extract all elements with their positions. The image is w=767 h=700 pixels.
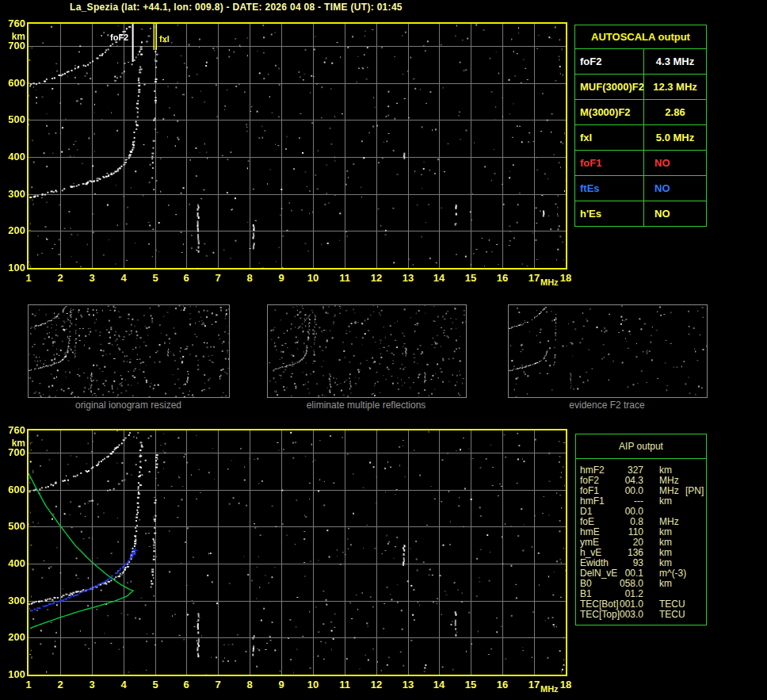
y-tick-label: 700	[2, 447, 25, 458]
x-tick-label: 14	[430, 273, 448, 284]
aip-note: [PN]	[685, 486, 704, 496]
x-tick-label: 13	[399, 273, 417, 284]
x-tick-label: 6	[177, 273, 195, 284]
autoscala-output-table: AUTOSCALA output foF24.3 MHzMUF(3000)F21…	[574, 25, 707, 227]
x-tick-label: 3	[83, 679, 101, 690]
autoscala-row: M(3000)F22.86	[575, 100, 706, 125]
panel-caption: evidence F2 trace	[504, 400, 710, 411]
x-tick-label: 5	[147, 679, 164, 690]
y-tick-label: 700	[2, 40, 25, 52]
y-tick-label: 300	[2, 189, 25, 200]
autoscala-param: M(3000)F2	[575, 100, 643, 124]
x-tick-label: 11	[336, 679, 353, 690]
autoscala-param: ftEs	[575, 176, 643, 201]
panel-caption: original ionogram resized	[25, 400, 231, 411]
y-tick-label: 400	[2, 151, 25, 163]
aip-unit: km	[659, 579, 672, 589]
aip-output-table: AIP output hmF2327kmfoF204.3MHzfoF100.0M…	[575, 434, 707, 625]
aip-value: 003.0	[596, 610, 643, 620]
x-tick-label: 15	[462, 273, 479, 284]
autoscala-row: fxI5.0 MHz	[575, 125, 706, 151]
autoscala-value: NO	[643, 201, 706, 226]
aip-output-header: AIP output	[576, 434, 706, 459]
x-tick-label: 14	[430, 679, 448, 690]
foF2-marker-label: foF2	[110, 33, 128, 42]
y-tick-label: 760	[2, 18, 25, 29]
autoscala-row: foF24.3 MHz	[575, 49, 706, 75]
y-axis-unit-label: km	[2, 438, 25, 449]
x-axis-unit-label: MHz	[540, 277, 559, 287]
y-tick-label: 100	[2, 669, 25, 680]
x-tick-label: 9	[273, 679, 290, 690]
x-tick-label: 13	[399, 679, 417, 690]
y-tick-label: 600	[2, 78, 25, 89]
autoscala-row: MUF(3000)F212.3 MHz	[575, 75, 706, 100]
aip-unit: km	[659, 496, 672, 507]
x-tick-label: 7	[209, 679, 227, 690]
x-tick-label: 1	[20, 273, 37, 284]
y-tick-label: 760	[2, 425, 25, 436]
panel-original-ionogram	[28, 304, 230, 398]
autoscala-row: h'EsNO	[575, 201, 706, 226]
x-tick-label: 11	[336, 273, 353, 284]
x-tick-label: 7	[209, 273, 227, 284]
x-tick-label: 9	[273, 273, 290, 284]
y-axis-unit-label: km	[2, 31, 25, 42]
x-tick-label: 6	[177, 679, 195, 690]
x-tick-label: 18	[557, 273, 574, 284]
y-tick-label: 200	[2, 632, 25, 643]
aip-unit: TECU	[659, 610, 685, 620]
autoscala-value: NO	[643, 151, 706, 175]
panel-evidence-f2-canvas	[509, 305, 707, 397]
x-tick-label: 3	[83, 273, 101, 284]
y-tick-label: 600	[2, 484, 25, 495]
autoscala-value: NO	[643, 176, 706, 201]
x-tick-label: 8	[241, 273, 258, 284]
autoscala-app: La_Spezia (lat: +44.1, lon: 009.8) - DAT…	[0, 0, 767, 700]
autoscala-param: foF2	[575, 49, 643, 74]
aip-row: TEC[Top]003.0TECU	[576, 610, 706, 620]
x-tick-label: 2	[52, 273, 69, 284]
autoscala-row: foF1NO	[575, 151, 706, 176]
x-tick-label: 16	[494, 679, 511, 690]
y-tick-label: 300	[2, 595, 25, 606]
x-tick-label: 10	[304, 273, 322, 284]
y-tick-label: 100	[2, 262, 25, 273]
panel-eliminate-reflections	[267, 304, 467, 398]
autoscala-param: fxI	[575, 125, 643, 150]
x-tick-label: 12	[368, 679, 385, 690]
x-tick-label: 2	[52, 679, 69, 690]
x-tick-label: 18	[557, 679, 574, 690]
autoscala-value: 4.3 MHz	[643, 49, 706, 74]
autoscala-param: h'Es	[575, 201, 643, 226]
x-tick-label: 16	[494, 273, 511, 284]
autoscala-param: foF1	[575, 151, 643, 175]
autoscala-value: 5.0 MHz	[643, 125, 706, 150]
x-tick-label: 12	[368, 273, 385, 284]
station-date-title: La_Spezia (lat: +44.1, lon: 009.8) - DAT…	[70, 2, 403, 13]
y-tick-label: 400	[2, 558, 25, 569]
x-tick-label: 4	[115, 273, 132, 284]
panel-caption: eliminate multiple reflections	[263, 400, 469, 411]
y-tick-label: 500	[2, 114, 25, 125]
y-tick-label: 200	[2, 225, 25, 236]
aip-output-rows: hmF2327kmfoF204.3MHzfoF100.0MHz[PN]hmF1-…	[576, 459, 706, 620]
x-tick-label: 5	[147, 273, 164, 284]
fxI-marker-label: fxI	[159, 35, 170, 44]
bottom-ionogram-frame	[27, 429, 567, 676]
x-tick-label: 15	[462, 679, 479, 690]
autoscala-value: 2.86	[643, 100, 706, 124]
autoscala-output-header: AUTOSCALA output	[575, 25, 706, 49]
panel-evidence-f2	[508, 304, 708, 398]
x-axis-unit-label: MHz	[540, 684, 559, 694]
y-tick-label: 500	[2, 521, 25, 532]
autoscala-param: MUF(3000)F2	[575, 75, 643, 99]
bottom-ionogram-canvas	[29, 430, 566, 675]
top-ionogram-canvas	[29, 24, 566, 268]
panel-eliminate-reflections-canvas	[268, 305, 466, 397]
autoscala-row: ftEsNO	[575, 176, 706, 201]
panel-original-ionogram-canvas	[29, 305, 229, 397]
autoscala-output-rows: foF24.3 MHzMUF(3000)F212.3 MHzM(3000)F22…	[575, 49, 706, 226]
x-tick-label: 10	[304, 679, 322, 690]
autoscala-value: 12.3 MHz	[643, 75, 706, 99]
